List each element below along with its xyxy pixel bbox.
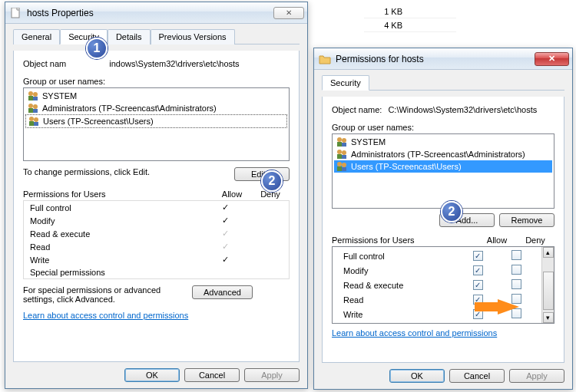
group-icon	[336, 149, 348, 160]
svg-point-11	[34, 117, 38, 122]
object-name-value: C:\Windows\System32\drivers\etc\hosts	[388, 105, 537, 114]
list-item[interactable]: Users (TP-Screencast\Users)	[334, 160, 552, 173]
hosts-properties-dialog: hosts Properties ✕ General Security Deta…	[5, 2, 308, 389]
tab-security[interactable]: Security	[322, 75, 369, 91]
close-button[interactable]: ✕	[535, 52, 569, 66]
cancel-button[interactable]: Cancel	[184, 368, 240, 382]
allow-header: Allow	[213, 189, 251, 199]
perm-row: Modify✓	[24, 214, 289, 227]
perm-name: Read & execute	[30, 229, 206, 239]
list-item[interactable]: SYSTEM	[25, 90, 287, 102]
tab-general[interactable]: General	[13, 29, 60, 44]
perm-name: Read & execute	[343, 281, 458, 290]
perm-name: Read	[30, 242, 206, 252]
svg-rect-22	[337, 166, 342, 171]
allow-checkbox[interactable]	[473, 265, 483, 275]
annotation-badge-2b: 2	[441, 201, 462, 222]
titlebar[interactable]: hosts Properties ✕	[5, 2, 307, 24]
svg-rect-2	[28, 96, 33, 100]
svg-point-1	[28, 91, 33, 96]
allow-checkbox[interactable]	[473, 251, 483, 261]
group-user-list[interactable]: SYSTEM Administrators (TP-Screencast\Adm…	[23, 87, 290, 161]
scroll-down-button[interactable]: ▾	[543, 312, 554, 323]
advanced-button[interactable]: Advanced	[192, 285, 253, 299]
list-item[interactable]: Administrators (TP-Screencast\Administra…	[25, 102, 287, 114]
group-label: Group or user names:	[332, 123, 554, 132]
annotation-badge-1: 1	[86, 38, 108, 59]
perm-row: Full control	[337, 249, 541, 263]
close-button[interactable]: ✕	[273, 7, 304, 19]
svg-rect-18	[337, 154, 342, 159]
tab-details[interactable]: Details	[108, 29, 151, 44]
deny-header: Deny	[516, 236, 554, 245]
svg-point-7	[33, 104, 38, 109]
svg-point-5	[28, 104, 33, 108]
svg-point-15	[342, 138, 346, 143]
svg-point-21	[337, 162, 342, 166]
svg-rect-12	[34, 122, 38, 126]
svg-point-3	[33, 92, 38, 97]
permissions-title: Permissions for Users	[23, 189, 106, 199]
allow-mark: ✓	[206, 229, 244, 239]
svg-rect-8	[33, 109, 38, 113]
learn-link[interactable]: Learn about access control and permissio…	[332, 328, 554, 338]
security-panel: Object name: C:\Windows\System32\drivers…	[322, 97, 564, 363]
advanced-hint: For special permissions or advanced sett…	[23, 285, 192, 304]
object-name-label: Object nam	[23, 59, 66, 68]
perm-name: Full control	[343, 252, 458, 261]
svg-point-17	[337, 150, 342, 154]
annotation-arrow-icon	[475, 299, 521, 319]
apply-button[interactable]: Apply	[244, 368, 300, 382]
background-file-sizes: 1 KB 4 KB	[364, 5, 456, 32]
deny-checkbox[interactable]	[511, 250, 521, 260]
allow-mark: ✓	[206, 242, 244, 252]
perm-name: Write	[30, 255, 206, 265]
permissions-editable-list: Full controlModifyRead & executeReadWrit…	[332, 246, 554, 324]
list-item[interactable]: SYSTEM	[334, 136, 552, 148]
permissions-title: Permissions for Users	[332, 236, 415, 245]
perm-name: Read	[343, 295, 458, 305]
titlebar[interactable]: Permissions for hosts ✕	[314, 48, 572, 70]
object-name-value: indows\System32\drivers\etc\hosts	[109, 59, 239, 68]
group-icon	[336, 137, 348, 147]
svg-rect-4	[33, 97, 38, 100]
ok-button[interactable]: OK	[124, 368, 180, 382]
group-icon	[336, 161, 348, 172]
annotation-badge-2: 2	[261, 170, 283, 192]
list-item[interactable]: Users (TP-Screencast\Users)	[25, 114, 287, 128]
svg-rect-24	[342, 167, 346, 171]
perm-name: Write	[343, 310, 458, 319]
scroll-thumb[interactable]	[543, 272, 554, 310]
perm-row: Modify	[337, 263, 541, 278]
scroll-up-button[interactable]: ▴	[543, 247, 554, 258]
group-icon	[27, 103, 39, 114]
perm-name: Modify	[343, 266, 458, 275]
svg-rect-16	[342, 143, 346, 147]
perm-name: Modify	[30, 216, 206, 226]
group-user-list[interactable]: SYSTEM Administrators (TP-Screencast\Adm…	[332, 133, 554, 209]
perm-name: Special permissions	[30, 268, 206, 277]
tabstrip: General Security Details Previous Versio…	[13, 28, 300, 44]
perm-row: Read✓	[24, 240, 289, 253]
ok-button[interactable]: OK	[389, 369, 445, 383]
apply-button[interactable]: Apply	[509, 369, 564, 383]
deny-checkbox[interactable]	[511, 279, 521, 289]
svg-point-9	[29, 117, 34, 121]
list-item[interactable]: Administrators (TP-Screencast\Administra…	[334, 148, 552, 160]
tab-previous-versions[interactable]: Previous Versions	[151, 29, 235, 44]
svg-point-23	[342, 163, 346, 167]
scrollbar[interactable]: ▴ ▾	[541, 247, 554, 323]
allow-checkbox[interactable]	[473, 280, 483, 290]
learn-link[interactable]: Learn about access control and permissio…	[23, 311, 290, 320]
allow-mark: ✓	[206, 216, 244, 226]
scroll-track[interactable]	[543, 258, 554, 312]
deny-checkbox[interactable]	[511, 265, 521, 275]
svg-rect-0	[12, 8, 19, 18]
edit-hint: To change permissions, click Edit.	[23, 167, 234, 176]
svg-point-13	[337, 137, 342, 142]
perm-row: Special permissions	[24, 266, 289, 278]
cancel-button[interactable]: Cancel	[449, 369, 505, 383]
perm-name: Full control	[30, 203, 206, 212]
tabstrip: Security	[322, 74, 564, 91]
remove-button[interactable]: Remove	[499, 213, 554, 227]
